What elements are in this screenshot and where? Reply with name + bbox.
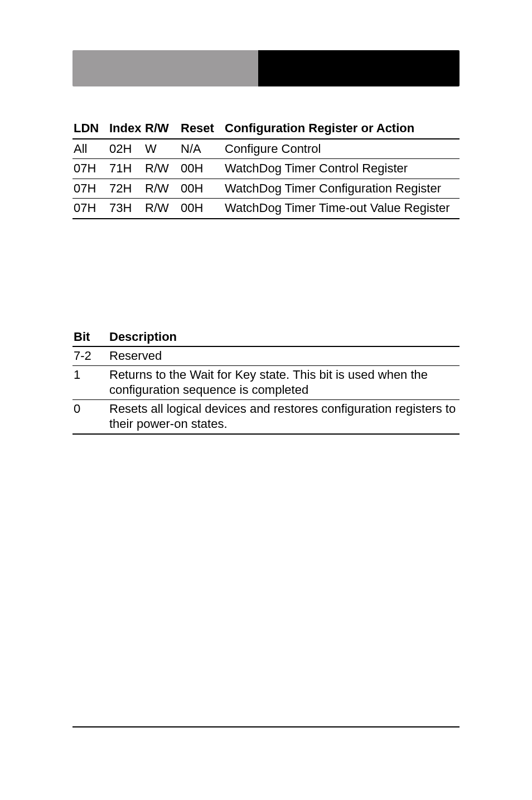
bit-table: Bit Description 7-2 Reserved 1 Returns t… [72,328,460,435]
register-td-reset: N/A [180,139,224,159]
register-th-reset: Reset [180,119,224,139]
register-td-config: WatchDog Timer Time-out Value Register [224,199,460,219]
register-td-index: 73H [108,199,144,219]
header-left-block [72,50,258,86]
register-td-rw: W [144,139,180,159]
bit-th-desc: Description [108,328,460,347]
bit-td-bit: 7-2 [72,346,108,365]
register-td-index: 02H [108,139,144,159]
register-td-config: WatchDog Timer Configuration Register [224,179,460,199]
page: LDN Index R/W Reset Configuration Regist… [0,0,532,800]
table-row: 07H 72H R/W 00H WatchDog Timer Configura… [72,179,460,199]
bit-td-bit: 1 [72,365,108,399]
register-td-ldn: 07H [72,179,108,199]
table-row: 7-2 Reserved [72,346,460,365]
table-row: All 02H W N/A Configure Control [72,139,460,159]
footer-separator [72,726,460,727]
table-row: 1 Returns to the Wait for Key state. Thi… [72,365,460,399]
header-right-block [258,50,460,86]
bit-td-desc: Returns to the Wait for Key state. This … [108,365,460,399]
register-th-config: Configuration Register or Action [224,119,460,139]
bit-th-bit: Bit [72,328,108,347]
register-th-rw: R/W [144,119,180,139]
register-td-config: Configure Control [224,139,460,159]
register-th-ldn: LDN [72,119,108,139]
register-td-rw: R/W [144,159,180,179]
register-td-reset: 00H [180,159,224,179]
register-td-reset: 00H [180,179,224,199]
register-td-rw: R/W [144,179,180,199]
table-row: 07H 71H R/W 00H WatchDog Timer Control R… [72,159,460,179]
bit-td-bit: 0 [72,399,108,434]
table-row: 0 Resets all logical devices and restore… [72,399,460,434]
register-td-ldn: 07H [72,159,108,179]
register-th-index: Index [108,119,144,139]
register-td-config: WatchDog Timer Control Register [224,159,460,179]
register-td-ldn: 07H [72,199,108,219]
bit-table-header-row: Bit Description [72,328,460,347]
register-td-rw: R/W [144,199,180,219]
register-td-ldn: All [72,139,108,159]
register-table-header-row: LDN Index R/W Reset Configuration Regist… [72,119,460,139]
register-td-reset: 00H [180,199,224,219]
register-table: LDN Index R/W Reset Configuration Regist… [72,119,460,219]
register-td-index: 71H [108,159,144,179]
header-bar [72,50,460,86]
table-row: 07H 73H R/W 00H WatchDog Timer Time-out … [72,199,460,219]
bit-td-desc: Resets all logical devices and restores … [108,399,460,434]
bit-td-desc: Reserved [108,346,460,365]
register-td-index: 72H [108,179,144,199]
